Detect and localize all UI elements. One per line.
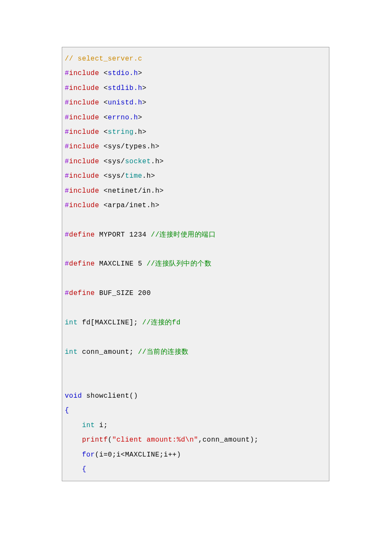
- hash: #: [65, 69, 69, 77]
- comment: //当前的连接数: [138, 348, 189, 356]
- text: <netinet/in.h>: [99, 187, 164, 195]
- code-line: int conn_amount; //当前的连接数: [65, 345, 326, 359]
- header: stdio.h: [108, 69, 138, 77]
- directive: include: [69, 114, 99, 121]
- code-line: #include <string.h>: [65, 125, 326, 139]
- blank-line: [65, 242, 326, 257]
- hash: #: [65, 84, 69, 92]
- hash: #: [65, 143, 69, 150]
- directive: include: [69, 143, 99, 150]
- header: stdlib.h: [108, 84, 142, 92]
- func: printf: [82, 436, 108, 444]
- directive: include: [69, 84, 99, 92]
- comment: //连接队列中的个数: [147, 260, 211, 268]
- text: i;: [95, 422, 108, 429]
- hash: #: [65, 172, 69, 180]
- header: errno.h: [108, 114, 138, 121]
- text: fd[MAXCLINE];: [78, 319, 142, 327]
- code-line: {: [65, 462, 326, 477]
- directive: define: [69, 260, 95, 268]
- code-line: int fd[MAXCLINE]; //连接的fd: [65, 315, 326, 330]
- blank-line: [65, 374, 326, 389]
- hash: #: [65, 158, 69, 165]
- type: int: [82, 422, 95, 429]
- code-line: #include <stdlib.h>: [65, 81, 326, 95]
- directive: include: [69, 69, 99, 77]
- code-line: #include <sys/types.h>: [65, 139, 326, 154]
- brace: {: [65, 465, 86, 473]
- text: >: [138, 114, 142, 121]
- header: time: [125, 172, 142, 180]
- type: int: [65, 319, 78, 327]
- text: showclient(): [82, 392, 138, 400]
- code-line: int i;: [65, 418, 326, 433]
- text: <: [99, 99, 108, 107]
- code-line: #include <stdio.h>: [65, 66, 326, 81]
- indent: [65, 451, 82, 459]
- directive: include: [69, 187, 99, 195]
- text: conn_amount;: [78, 348, 138, 356]
- directive: include: [69, 99, 99, 107]
- hash: #: [65, 231, 69, 239]
- text: (i=0;i<MAXCLINE;i++): [95, 451, 181, 459]
- hash: #: [65, 128, 69, 136]
- directive: include: [69, 158, 99, 165]
- code-line: #include <arpa/inet.h>: [65, 198, 326, 213]
- string: "client amount:%d\n": [112, 436, 198, 444]
- text: <: [99, 84, 108, 92]
- comment: // select_server.c: [65, 55, 142, 63]
- text: MYPORT 1234: [95, 231, 151, 239]
- code-line: void showclient(): [65, 389, 326, 403]
- hash: #: [65, 114, 69, 121]
- text: >: [138, 69, 142, 77]
- text: >: [142, 99, 147, 107]
- text: MAXCLINE 5: [95, 260, 147, 268]
- text: <: [99, 69, 108, 77]
- keyword: void: [65, 392, 82, 400]
- blank-line: [65, 359, 326, 374]
- code-line: #include <sys/socket.h>: [65, 154, 326, 169]
- text: .h>: [134, 128, 147, 136]
- directive: include: [69, 202, 99, 209]
- blank-line: [65, 301, 326, 315]
- blank-line: [65, 213, 326, 227]
- brace: {: [65, 407, 69, 414]
- code-line: #include <sys/time.h>: [65, 169, 326, 183]
- text: .h>: [151, 158, 164, 165]
- hash: #: [65, 202, 69, 209]
- blank-line: [65, 272, 326, 286]
- comment: //连接的: [142, 319, 172, 327]
- code-line: #include <unistd.h>: [65, 95, 326, 110]
- header: socket: [125, 158, 151, 165]
- text: <: [99, 114, 108, 121]
- text: <sys/: [99, 158, 125, 165]
- code-line: #define MYPORT 1234 //连接时使用的端口: [65, 228, 326, 242]
- code-line: for(i=0;i<MAXCLINE;i++): [65, 448, 326, 462]
- text: >: [142, 84, 147, 92]
- text: <: [99, 128, 108, 136]
- text: BUF_SIZE 200: [95, 289, 151, 297]
- hash: #: [65, 260, 69, 268]
- code-block: // select_server.c #include <stdio.h> #i…: [62, 47, 329, 481]
- code-line: #include <errno.h>: [65, 110, 326, 125]
- header: unistd.h: [108, 99, 142, 107]
- text: <sys/types.h>: [99, 143, 159, 150]
- directive: include: [69, 128, 99, 136]
- text: <sys/: [99, 172, 125, 180]
- text: .h>: [142, 172, 155, 180]
- type: int: [65, 348, 78, 356]
- hash: #: [65, 99, 69, 107]
- code-line: #include <netinet/in.h>: [65, 184, 326, 198]
- code-line: #define BUF_SIZE 200: [65, 286, 326, 301]
- code-line: {: [65, 403, 326, 418]
- hash: #: [65, 187, 69, 195]
- hash: #: [65, 289, 69, 297]
- directive: define: [69, 289, 95, 297]
- directive: define: [69, 231, 95, 239]
- indent: [65, 422, 82, 429]
- text: (: [108, 436, 112, 444]
- text: ,conn_amount);: [198, 436, 258, 444]
- code-line: // select_server.c: [65, 52, 326, 66]
- header: string: [108, 128, 134, 136]
- indent: [65, 436, 82, 444]
